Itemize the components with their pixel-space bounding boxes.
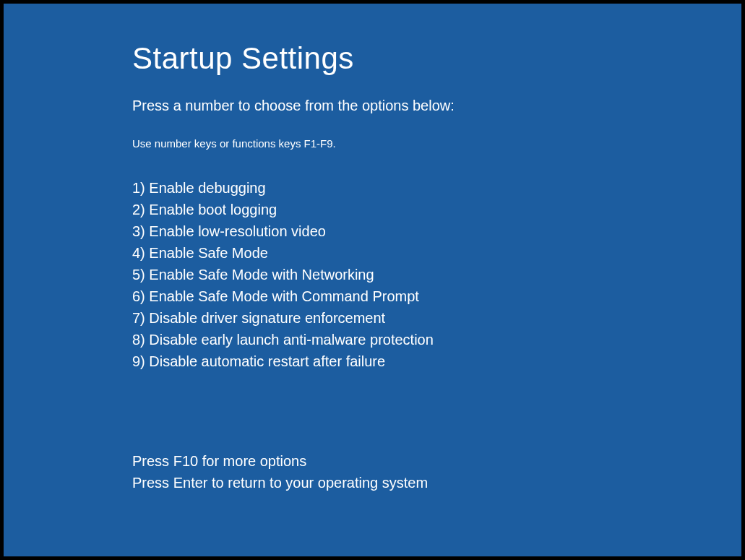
option-item[interactable]: 6) Enable Safe Mode with Command Prompt: [132, 288, 741, 305]
hint-text: Use number keys or functions keys F1-F9.: [132, 137, 741, 150]
option-item[interactable]: 4) Enable Safe Mode: [132, 245, 741, 262]
option-item[interactable]: 8) Disable early launch anti-malware pro…: [132, 332, 741, 348]
footer: Press F10 for more options Press Enter t…: [132, 453, 741, 491]
return-text: Press Enter to return to your operating …: [132, 475, 741, 491]
option-item[interactable]: 2) Enable boot logging: [132, 202, 741, 218]
option-item[interactable]: 1) Enable debugging: [132, 180, 741, 197]
startup-settings-screen: Startup Settings Press a number to choos…: [4, 4, 741, 556]
option-item[interactable]: 9) Disable automatic restart after failu…: [132, 353, 741, 370]
instruction-text: Press a number to choose from the option…: [132, 98, 741, 114]
option-item[interactable]: 7) Disable driver signature enforcement: [132, 310, 741, 327]
page-title: Startup Settings: [132, 41, 741, 76]
more-options-text: Press F10 for more options: [132, 453, 741, 470]
options-list: 1) Enable debugging 2) Enable boot loggi…: [132, 180, 741, 370]
option-item[interactable]: 5) Enable Safe Mode with Networking: [132, 267, 741, 283]
option-item[interactable]: 3) Enable low-resolution video: [132, 223, 741, 240]
